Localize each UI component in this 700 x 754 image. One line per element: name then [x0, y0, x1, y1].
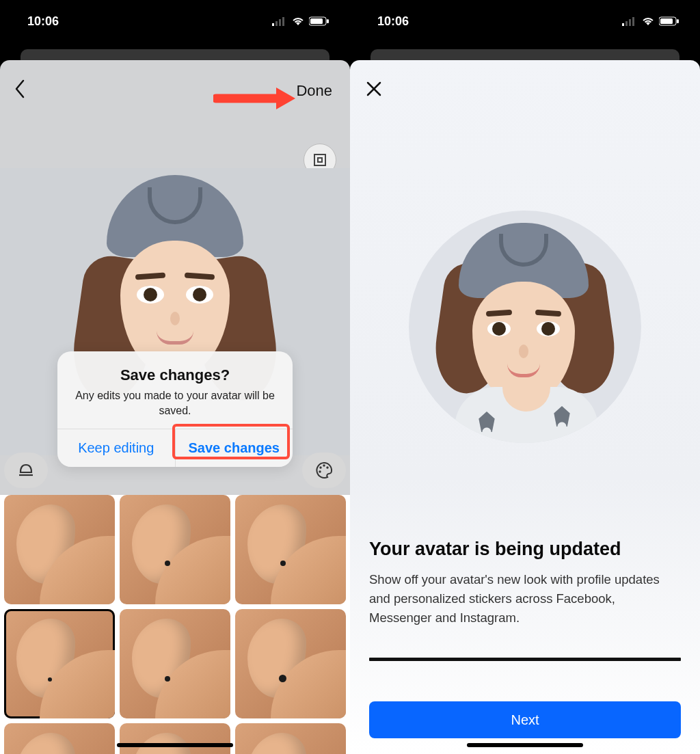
next-button[interactable]: Next: [369, 701, 681, 738]
earring-option[interactable]: [4, 609, 115, 718]
svg-rect-14: [622, 23, 624, 26]
status-bar: 10:06: [0, 0, 350, 34]
editor-header: Done: [0, 60, 350, 108]
svg-point-13: [319, 470, 321, 472]
svg-rect-5: [310, 18, 323, 24]
updated-heading: Your avatar is being updated: [369, 539, 681, 560]
wifi-icon: [291, 16, 305, 26]
right-phone: 10:06: [350, 0, 700, 754]
save-changes-button[interactable]: Save changes: [176, 429, 293, 467]
svg-rect-15: [625, 21, 628, 26]
svg-rect-17: [632, 17, 634, 26]
next-button-label: Next: [511, 712, 539, 728]
status-time: 10:06: [27, 14, 59, 29]
left-phone: 10:06 Done: [0, 0, 350, 754]
earring-option[interactable]: [235, 495, 346, 604]
earring-option[interactable]: [120, 609, 230, 718]
cellular-signal-icon: [272, 16, 287, 26]
svg-rect-19: [660, 18, 673, 24]
svg-rect-2: [279, 19, 281, 26]
earring-option[interactable]: [4, 723, 115, 754]
palette-icon[interactable]: [302, 453, 346, 488]
wifi-icon: [641, 16, 655, 26]
avatar-updated-screen: Your avatar is being updated Show off yo…: [350, 60, 700, 754]
svg-rect-0: [272, 23, 274, 26]
svg-rect-3: [282, 17, 284, 26]
status-bar: 10:06: [350, 0, 700, 34]
keep-editing-button[interactable]: Keep editing: [57, 429, 175, 467]
cellular-signal-icon: [622, 16, 637, 26]
svg-rect-6: [327, 19, 329, 23]
avatar-editor-screen: Done: [0, 60, 350, 754]
battery-icon: [659, 16, 679, 26]
status-time: 10:06: [377, 14, 409, 29]
earring-option[interactable]: [235, 723, 346, 754]
dialog-title: Save changes?: [70, 366, 280, 384]
earring-option-grid: [0, 495, 350, 754]
save-changes-dialog: Save changes? Any edits you made to your…: [57, 351, 293, 467]
progress-indicator: [369, 658, 681, 661]
done-button[interactable]: Done: [296, 82, 332, 100]
close-button[interactable]: [366, 79, 381, 101]
avatar-full: [440, 223, 610, 443]
updated-subtext: Show off your avatar's new look with pro…: [369, 570, 681, 627]
svg-rect-1: [275, 21, 278, 26]
earring-option[interactable]: [120, 723, 230, 754]
svg-point-10: [319, 466, 321, 468]
dialog-message: Any edits you made to your avatar will b…: [70, 388, 280, 418]
battery-icon: [309, 16, 329, 26]
category-icon[interactable]: [4, 453, 48, 488]
back-button[interactable]: [14, 79, 26, 103]
avatar-preview-circle: [409, 211, 641, 443]
status-indicators: [272, 16, 329, 26]
home-indicator[interactable]: [117, 743, 233, 747]
earring-option[interactable]: [120, 495, 230, 604]
earring-option[interactable]: [235, 609, 346, 718]
svg-point-11: [323, 464, 325, 466]
svg-rect-16: [629, 19, 631, 26]
svg-point-12: [326, 466, 328, 468]
earring-option[interactable]: [4, 495, 115, 604]
home-indicator[interactable]: [467, 743, 583, 747]
svg-rect-20: [677, 19, 679, 23]
status-indicators: [622, 16, 679, 26]
